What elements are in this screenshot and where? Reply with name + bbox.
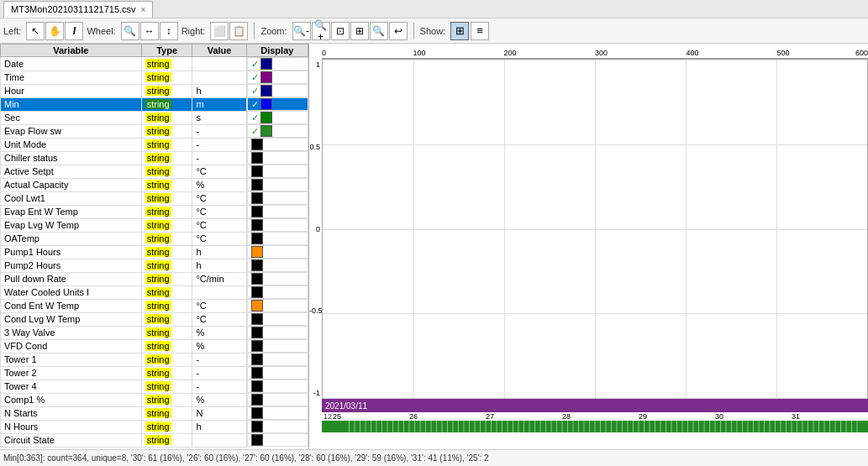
table-row[interactable]: Unit Modestring- bbox=[1, 138, 308, 151]
table-row[interactable]: Pull down Ratestring°C/min bbox=[1, 272, 308, 285]
var-name-cell: N Starts bbox=[1, 406, 142, 420]
table-row[interactable]: N Hoursstringh bbox=[1, 420, 308, 433]
y-label-0: 0 bbox=[309, 225, 322, 233]
var-display-cell bbox=[247, 138, 308, 151]
variable-table-container[interactable]: Variable Type Value Display Datestring✓T… bbox=[0, 44, 309, 449]
var-display-cell bbox=[247, 205, 308, 218]
wheel-zoom-button[interactable]: 🔍 bbox=[121, 22, 139, 40]
wheel-scroll-h-button[interactable]: ↔ bbox=[140, 22, 159, 40]
table-row[interactable]: Secstrings✓ bbox=[1, 111, 308, 124]
table-row[interactable]: Actual Capacitystring% bbox=[1, 178, 308, 191]
file-tab[interactable]: MT3Mon20210311121715.csv × bbox=[3, 1, 153, 18]
wheel-tools: 🔍 ↔ ↕ bbox=[121, 22, 178, 40]
arrow-tool-button[interactable]: ↖ bbox=[26, 22, 45, 40]
color-swatch bbox=[251, 152, 263, 164]
table-row[interactable]: Datestring✓ bbox=[1, 57, 308, 71]
zoom-next-button[interactable]: ↩ bbox=[389, 22, 408, 40]
table-row[interactable]: 3 Way Valvestring% bbox=[1, 326, 308, 339]
color-swatch bbox=[251, 407, 263, 419]
var-value-cell: N bbox=[192, 406, 246, 420]
color-swatch bbox=[251, 353, 263, 365]
table-row[interactable]: Comp1 %string% bbox=[1, 393, 308, 406]
table-row[interactable]: Tower 4string- bbox=[1, 380, 308, 393]
table-row[interactable]: Pump2 Hoursstringh bbox=[1, 259, 308, 272]
color-swatch bbox=[251, 434, 263, 446]
color-swatch bbox=[260, 58, 272, 70]
table-row[interactable]: Hourstringh✓ bbox=[1, 84, 308, 97]
var-type-cell: string bbox=[141, 393, 192, 406]
zoom-prev-button[interactable]: 🔍 bbox=[370, 22, 388, 40]
table-row[interactable]: Active Setptstring°C bbox=[1, 165, 308, 178]
right-btn2[interactable]: 📋 bbox=[229, 22, 248, 40]
var-value-cell: h bbox=[192, 259, 246, 272]
right-tools: ⬜ 📋 bbox=[210, 22, 248, 40]
table-row[interactable]: Evap Lvg W Tempstring°C bbox=[1, 218, 308, 232]
var-value-cell: °C bbox=[192, 218, 246, 232]
table-row[interactable]: Minstringm✓ bbox=[1, 97, 308, 111]
var-type-cell: string bbox=[141, 420, 192, 433]
table-row[interactable]: VFD Condstring% bbox=[1, 339, 308, 353]
table-row[interactable]: OATempstring°C bbox=[1, 232, 308, 245]
table-row[interactable]: Cond Ent W Tempstring°C bbox=[1, 299, 308, 312]
zoom-fit2-button[interactable]: ⊞ bbox=[350, 22, 369, 40]
var-display-cell bbox=[247, 433, 308, 447]
var-value-cell: - bbox=[192, 353, 246, 366]
zoom-out-button[interactable]: 🔍- bbox=[292, 22, 311, 40]
var-type-cell: string bbox=[141, 380, 192, 393]
select-tool-button[interactable]: I bbox=[65, 22, 83, 40]
show-grid-button[interactable]: ⊞ bbox=[450, 22, 469, 40]
y-label-05: 0.5 bbox=[309, 143, 322, 151]
color-swatch bbox=[260, 98, 272, 110]
table-row[interactable]: Evap Ent W Tempstring°C bbox=[1, 205, 308, 218]
var-name-cell: Tower 2 bbox=[1, 366, 142, 380]
show-label: Show: bbox=[420, 26, 446, 36]
color-swatch bbox=[251, 259, 263, 271]
var-type-cell: string bbox=[141, 232, 192, 245]
separator-1 bbox=[254, 23, 255, 39]
var-type-cell: string bbox=[141, 218, 192, 232]
date-label: 2021/03/11 bbox=[325, 401, 367, 411]
var-type-cell: string bbox=[141, 84, 192, 97]
var-name-cell: Cool Lwt1 bbox=[1, 191, 142, 205]
x-label-600: 600 bbox=[855, 49, 868, 57]
var-display-cell bbox=[247, 380, 308, 393]
table-row[interactable]: Chiller statusstring- bbox=[1, 151, 308, 165]
zoom-in-button[interactable]: 🔍+ bbox=[312, 22, 330, 40]
var-type-cell: string bbox=[141, 165, 192, 178]
table-row[interactable]: Tower 1string- bbox=[1, 353, 308, 366]
wheel-label: Wheel: bbox=[87, 26, 115, 36]
table-row[interactable]: Cool Lwt1string°C bbox=[1, 191, 308, 205]
color-swatch bbox=[251, 192, 263, 204]
y-label-1: 1 bbox=[309, 60, 322, 69]
var-value-cell: m bbox=[192, 97, 246, 111]
table-row[interactable]: Pump1 Hoursstringh bbox=[1, 245, 308, 259]
x-label-200: 200 bbox=[503, 49, 516, 57]
zoom-fit-button[interactable]: ⊡ bbox=[331, 22, 350, 40]
table-row[interactable]: Evap Flow swstring-✓ bbox=[1, 124, 308, 138]
wheel-scroll-v-button[interactable]: ↕ bbox=[160, 22, 178, 40]
var-name-cell: VFD Cond bbox=[1, 339, 142, 353]
var-value-cell: - bbox=[192, 366, 246, 380]
x-label-100: 100 bbox=[413, 49, 426, 57]
pan-tool-button[interactable]: ✋ bbox=[45, 22, 64, 40]
var-display-cell bbox=[247, 420, 308, 433]
var-type-cell: string bbox=[141, 299, 192, 312]
tab-close-button[interactable]: × bbox=[141, 5, 146, 14]
table-row[interactable]: Tower 2string- bbox=[1, 366, 308, 380]
var-value-cell bbox=[192, 285, 246, 299]
color-swatch bbox=[251, 165, 263, 177]
var-type-cell: string bbox=[141, 124, 192, 138]
chart-grid[interactable] bbox=[322, 59, 868, 399]
table-row[interactable]: N StartsstringN bbox=[1, 406, 308, 420]
table-row[interactable]: Timestring✓ bbox=[1, 71, 308, 84]
var-display-cell bbox=[247, 339, 308, 353]
table-row[interactable]: Circuit Statestring bbox=[1, 433, 308, 447]
table-row[interactable]: Cond Lvg W Tempstring°C bbox=[1, 312, 308, 326]
var-name-cell: Time bbox=[1, 71, 142, 84]
var-type-cell: string bbox=[141, 326, 192, 339]
show-list-button[interactable]: ≡ bbox=[471, 22, 489, 40]
table-row[interactable]: Water Cooled Units Istring bbox=[1, 285, 308, 299]
check-mark: ✓ bbox=[251, 99, 259, 110]
var-display-cell bbox=[247, 285, 308, 299]
right-btn1[interactable]: ⬜ bbox=[210, 22, 229, 40]
